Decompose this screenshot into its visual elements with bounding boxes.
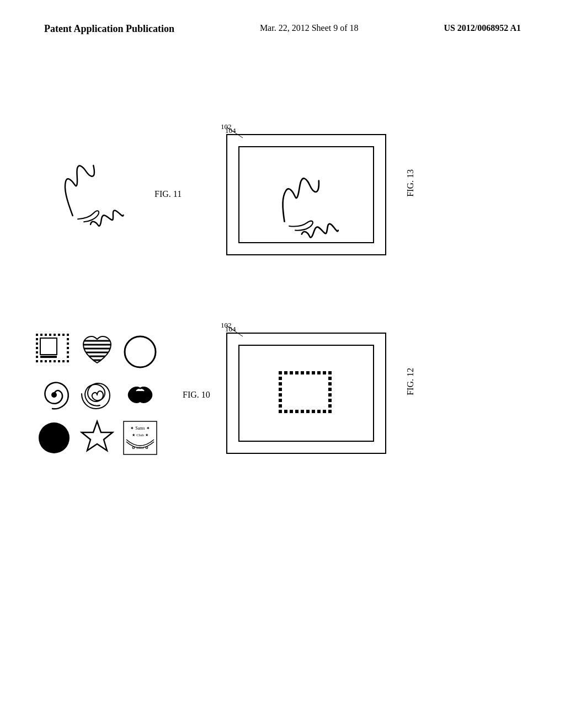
page-header: Patent Application Publication Mar. 22, … [0,22,565,36]
svg-rect-23 [40,360,42,362]
fig11-area: FIG. 11 [44,132,182,245]
svg-rect-77 [290,410,293,413]
svg-point-40 [51,392,57,398]
fig13-inner-box [238,146,374,243]
svg-rect-64 [279,382,282,386]
svg-rect-5 [49,334,51,336]
svg-rect-65 [279,388,282,391]
fig13-document-box [226,134,386,255]
svg-rect-66 [279,393,282,397]
stamp-cell-4 [33,374,74,415]
svg-rect-4 [45,334,47,336]
stamp-double-spiral-icon [78,376,116,414]
stamp-striped-heart-icon [78,333,116,371]
svg-rect-78 [295,410,299,413]
svg-rect-84 [328,410,332,413]
stamp-dots-icon [35,333,73,371]
svg-rect-57 [301,371,304,374]
svg-text:★ Club ★: ★ Club ★ [132,433,148,437]
svg-rect-18 [67,351,69,354]
svg-rect-47 [121,419,159,457]
svg-rect-82 [317,410,321,413]
stamp-cell-6 [119,374,161,415]
svg-rect-71 [328,388,332,391]
fig12-inner-box [238,345,374,442]
svg-rect-59 [312,371,315,374]
svg-rect-60 [317,371,321,374]
svg-rect-16 [67,347,69,349]
svg-rect-62 [328,371,332,374]
stamp-kiss-icon [121,376,159,414]
svg-rect-20 [40,356,57,358]
svg-rect-3 [40,334,42,336]
stamp-cell-8 [76,417,118,458]
svg-rect-8 [62,334,65,336]
svg-rect-29 [67,360,69,362]
stamp-cell-9: ✦ Sams ✦ ★ Club ★ ✿ 2012 ✿ [119,417,161,458]
svg-rect-83 [323,410,326,413]
svg-rect-26 [54,360,56,362]
svg-rect-72 [328,393,332,397]
svg-rect-28 [62,360,65,362]
fig11-label: FIG. 11 [154,189,182,199]
svg-rect-70 [328,382,332,386]
svg-rect-68 [279,404,282,408]
content-area: FIG. 11 102 104 [0,77,565,728]
svg-rect-81 [312,410,315,413]
svg-rect-69 [328,377,332,380]
fig11-signature [44,132,132,245]
svg-rect-67 [279,399,282,402]
svg-rect-75 [279,410,282,413]
svg-rect-74 [328,404,332,408]
stamp-cell-1 [33,331,74,372]
signature-svg-fig13 [239,147,373,242]
svg-rect-15 [36,347,38,349]
svg-rect-17 [36,351,38,354]
stamp-in-box [239,346,373,441]
fig13-label: FIG. 13 [406,169,415,197]
svg-rect-45 [78,419,116,457]
svg-rect-14 [67,342,69,345]
svg-rect-73 [328,399,332,402]
fig13-area: 102 104 [210,110,415,255]
svg-rect-55 [290,371,293,374]
stamp-cell-5 [76,374,118,415]
fig12-area: 102 104 [210,309,415,454]
svg-rect-6 [54,334,56,336]
svg-rect-25 [49,360,51,362]
stamp-spiral-icon [35,376,73,414]
svg-rect-79 [301,410,304,413]
stamp-cell-7 [33,417,74,458]
stamp-grid: ✦ Sams ✦ ★ Club ★ ✿ 2012 ✿ [33,331,161,458]
svg-rect-61 [323,371,326,374]
fig12-label: FIG. 12 [406,368,415,395]
svg-rect-21 [67,356,69,358]
svg-text:✿ 2012 ✿: ✿ 2012 ✿ [132,446,148,450]
svg-rect-54 [284,371,287,374]
svg-point-44 [39,422,70,453]
svg-rect-7 [58,334,60,336]
svg-rect-2 [36,334,38,336]
stamp-decorative-text-icon: ✦ Sams ✦ ★ Club ★ ✿ 2012 ✿ [121,419,159,457]
svg-rect-19 [36,356,38,358]
fig12-document-box [226,333,386,454]
svg-rect-63 [279,377,282,380]
stamp-circle-outline-icon [121,333,159,371]
svg-rect-56 [295,371,299,374]
dotted-square-stamp-svg [273,366,339,421]
svg-rect-76 [284,410,287,413]
stamp-cell-2 [76,331,118,372]
svg-rect-12 [67,338,69,340]
svg-rect-53 [279,371,282,374]
fig10-label: FIG. 10 [183,390,210,400]
publication-number: US 2012/0068952 A1 [444,22,521,34]
fig10-area: ✦ Sams ✦ ★ Club ★ ✿ 2012 ✿ FIG. 10 [33,331,210,458]
svg-text:✦ Sams ✦: ✦ Sams ✦ [130,426,150,431]
publication-date-sheet: Mar. 22, 2012 Sheet 9 of 18 [260,22,359,34]
svg-rect-24 [45,360,47,362]
svg-rect-37 [121,333,159,371]
publication-title: Patent Application Publication [44,22,174,36]
signature-svg-fig11 [44,132,132,243]
stamp-star-outline-icon [78,419,116,457]
svg-rect-80 [306,410,310,413]
